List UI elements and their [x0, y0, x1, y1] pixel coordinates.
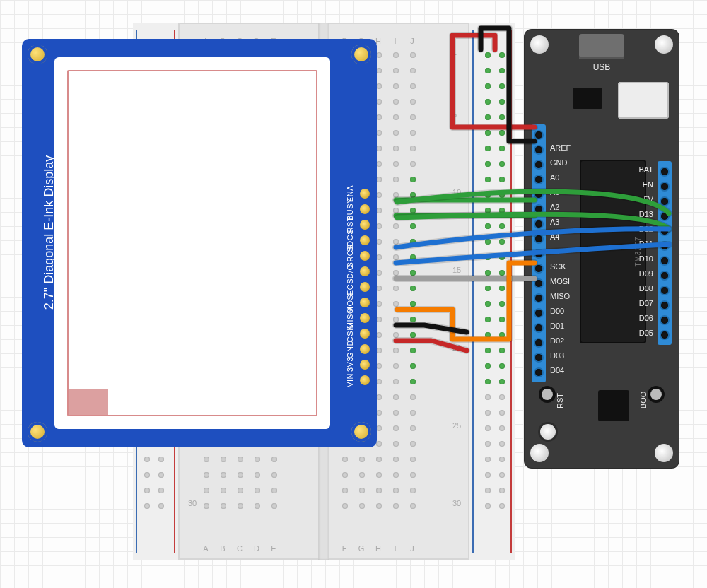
breadboard-hole	[376, 363, 382, 369]
breadboard-col-label: J	[407, 544, 417, 553]
mcu-pin-label-a2: A2	[550, 203, 559, 211]
breadboard-hole	[376, 208, 382, 213]
breadboard-hole	[376, 254, 382, 260]
breadboard-hole	[238, 488, 243, 493]
mcu-pin-label-d08: D08	[639, 284, 653, 293]
breadboard-hole	[144, 488, 150, 493]
mounting-hole-icon	[530, 444, 549, 462]
mounting-hole-icon	[655, 35, 673, 54]
eink-flex-tab	[69, 389, 108, 415]
breadboard-hole	[410, 130, 416, 136]
breadboard-hole-connected	[499, 363, 505, 369]
breadboard-hole	[376, 457, 382, 462]
breadboard-hole	[393, 161, 399, 167]
breadboard-col-label: C	[235, 544, 245, 553]
breadboard-hole-connected	[410, 363, 416, 369]
breadboard-hole	[499, 410, 505, 416]
mcu-pin-hole	[661, 228, 668, 235]
mcu-pin-hole	[535, 131, 542, 139]
mcu-board: USB TM32F7 RST BOOT AREFGNDA0A1A2A3A4A5S…	[525, 30, 679, 468]
breadboard-hole-connected	[499, 83, 505, 89]
breadboard-hole	[410, 441, 416, 447]
mcu-pin-hole	[535, 235, 542, 242]
mcu-pin-hole	[661, 272, 668, 279]
breadboard-hole	[342, 488, 348, 493]
breadboard-hole-connected	[499, 161, 505, 167]
breadboard-hole	[410, 394, 416, 400]
breadboard-hole	[485, 472, 491, 478]
breadboard-hole-connected	[499, 130, 505, 136]
pin-pad-icon	[360, 375, 370, 385]
mcu-pin-label-aref: AREF	[550, 143, 571, 152]
breadboard-hole	[376, 410, 382, 416]
breadboard-hole-connected	[499, 286, 505, 291]
breadboard-hole	[376, 130, 382, 136]
breadboard-hole	[221, 488, 226, 493]
mcu-pin-hole	[661, 317, 668, 324]
power-rail-right	[468, 23, 515, 560]
breadboard-hole	[393, 208, 399, 213]
breadboard-hole-connected	[499, 332, 505, 338]
breadboard-hole	[376, 301, 382, 307]
breadboard-hole	[485, 488, 491, 493]
breadboard-hole	[485, 425, 491, 431]
breadboard-hole	[255, 503, 260, 509]
breadboard-hole	[271, 457, 277, 462]
breadboard-row-label: 30	[452, 499, 461, 507]
mcu-pin-label-d01: D01	[550, 322, 564, 330]
mcu-pin-label-d10: D10	[639, 254, 653, 263]
reset-label: RST	[556, 393, 564, 408]
mcu-pin-hole	[535, 369, 542, 376]
breadboard-hole	[393, 379, 399, 384]
breadboard-col-label: I	[390, 37, 400, 45]
breadboard-hole	[485, 394, 491, 400]
breadboard-hole-connected	[410, 208, 416, 213]
mcu-pin-hole	[661, 168, 668, 175]
breadboard-row-label: 5	[452, 110, 457, 119]
breadboard-hole-connected	[485, 146, 491, 151]
battery-connector	[618, 82, 669, 119]
breadboard-hole-connected	[485, 254, 491, 260]
breadboard-hole	[410, 52, 416, 58]
mcu-pin-hole	[661, 198, 668, 205]
mcu-pin-label-d04: D04	[550, 366, 564, 375]
breadboard-hole	[376, 472, 382, 478]
breadboard-hole	[376, 332, 382, 338]
eink-pin-miso: MISO	[346, 310, 370, 326]
mounting-hole-icon	[351, 422, 371, 442]
breadboard-hole-connected	[499, 208, 505, 213]
breadboard-hole	[359, 503, 365, 509]
breadboard-col-label: G	[356, 544, 366, 553]
breadboard-hole-connected	[410, 286, 416, 291]
breadboard-hole	[393, 363, 399, 369]
mcu-header-right	[658, 161, 672, 345]
breadboard-hole	[376, 114, 382, 120]
breadboard-hole	[393, 317, 399, 322]
mcu-pin-hole	[661, 331, 668, 339]
breadboard-col-label: A	[201, 544, 211, 553]
pin-pad-icon	[360, 235, 370, 245]
breadboard-hole-connected	[485, 239, 491, 245]
mcu-pin-hole	[661, 242, 668, 249]
breadboard-hole	[255, 488, 260, 493]
mcu-pin-label-a4: A4	[550, 233, 559, 241]
boot-button[interactable]	[650, 389, 662, 400]
breadboard-hole	[342, 503, 348, 509]
breadboard-hole	[485, 441, 491, 447]
breadboard-hole	[410, 114, 416, 120]
breadboard-hole-connected	[485, 317, 491, 322]
breadboard-hole	[376, 286, 382, 291]
breadboard-col-label: I	[390, 544, 400, 553]
breadboard-hole-connected	[499, 301, 505, 307]
reset-button[interactable]	[542, 389, 553, 400]
breadboard-hole	[393, 457, 399, 462]
breadboard-hole	[204, 503, 209, 509]
breadboard-hole	[393, 270, 399, 276]
breadboard-col-label: E	[269, 544, 279, 553]
mcu-pin-label-miso: MISO	[550, 292, 570, 300]
breadboard-hole-connected	[410, 270, 416, 276]
breadboard-hole	[410, 83, 416, 89]
breadboard-hole	[393, 410, 399, 416]
breadboard-hole	[376, 68, 382, 74]
mcu-pin-label-a5: A5	[550, 247, 559, 256]
